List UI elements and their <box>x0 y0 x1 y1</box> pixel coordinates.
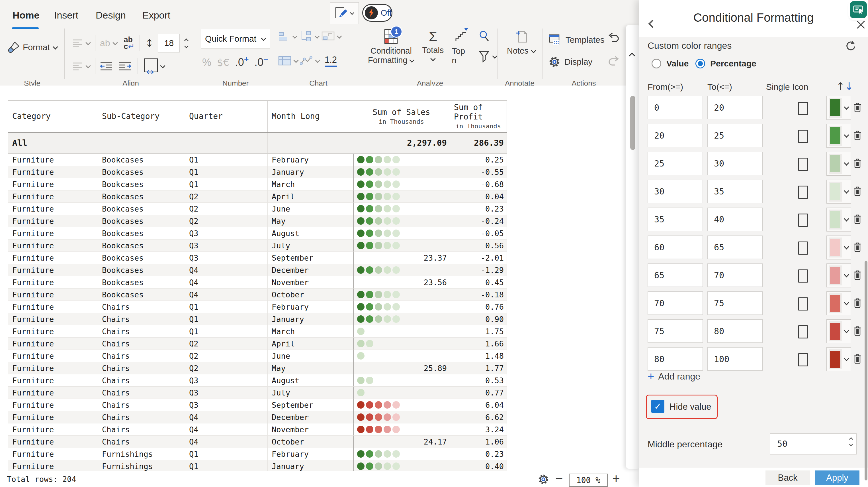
single-icon-checkbox[interactable] <box>798 102 808 115</box>
tab-insert[interactable]: Insert <box>54 10 78 21</box>
zoom-level[interactable]: 100 % <box>569 474 608 487</box>
middle-percentage-stepper[interactable] <box>848 436 854 447</box>
back-button[interactable]: Back <box>766 470 810 485</box>
range-to-input[interactable] <box>707 263 763 287</box>
range-from-input[interactable] <box>648 96 703 119</box>
tab-export[interactable]: Export <box>143 10 170 21</box>
chevron-down-icon[interactable] <box>314 34 319 39</box>
hierarchy-chart-icon[interactable] <box>299 31 313 42</box>
range-to-input[interactable] <box>707 291 763 315</box>
range-from-input[interactable] <box>648 263 703 287</box>
reset-icon[interactable] <box>845 40 857 52</box>
range-to-input[interactable] <box>707 96 763 119</box>
top-n-button[interactable]: Top n <box>452 29 470 65</box>
single-icon-checkbox[interactable] <box>798 353 808 366</box>
chevron-down-icon[interactable] <box>160 64 165 68</box>
range-from-input[interactable] <box>648 152 703 175</box>
header-quarter[interactable]: Quarter <box>185 101 268 132</box>
range-color-dropdown[interactable] <box>827 207 851 231</box>
range-from-input[interactable] <box>648 124 703 147</box>
percentage-radio-label[interactable]: Percentage <box>710 59 756 68</box>
vertical-scrollbar[interactable] <box>630 96 636 150</box>
range-color-dropdown[interactable] <box>827 235 851 259</box>
range-to-input[interactable] <box>707 207 763 231</box>
range-color-dropdown[interactable] <box>827 180 851 204</box>
search-icon[interactable] <box>478 30 490 43</box>
tab-design[interactable]: Design <box>96 10 126 21</box>
single-icon-checkbox[interactable] <box>798 213 808 227</box>
align-left-icon[interactable] <box>72 62 83 70</box>
delete-range-button[interactable] <box>853 325 862 337</box>
header-sales[interactable]: Sum of Salesin Thousands <box>353 101 450 132</box>
chevron-down-icon[interactable] <box>315 58 320 63</box>
delete-range-button[interactable] <box>853 186 862 197</box>
value-radio[interactable] <box>652 59 661 68</box>
settings-gear-icon[interactable] <box>538 474 549 485</box>
zoom-in-button[interactable]: + <box>612 471 620 486</box>
quick-format-dropdown[interactable]: Quick Format <box>201 29 270 49</box>
add-range-button[interactable]: + Add range <box>648 371 700 382</box>
range-color-dropdown[interactable] <box>827 96 851 120</box>
single-icon-checkbox[interactable] <box>798 297 808 311</box>
sort-order-icon[interactable]: ↑↓ <box>836 80 853 92</box>
layout-icon[interactable] <box>321 31 335 42</box>
single-icon-checkbox[interactable] <box>798 269 808 283</box>
range-from-input[interactable] <box>648 180 703 203</box>
range-from-input[interactable] <box>648 235 703 259</box>
chevron-down-icon[interactable] <box>86 41 91 45</box>
header-profit[interactable]: Sum of Profitin Thousands <box>450 101 507 132</box>
header-subcategory[interactable]: Sub-Category <box>98 101 185 132</box>
percent-format-button[interactable]: % <box>202 56 211 68</box>
text-wrap-button[interactable]: ab <box>100 38 110 49</box>
zoom-out-button[interactable]: − <box>555 471 563 486</box>
percentage-radio[interactable] <box>695 59 705 68</box>
single-icon-checkbox[interactable] <box>798 130 808 143</box>
outdent-icon[interactable] <box>100 62 113 71</box>
header-month[interactable]: Month Long <box>268 101 353 132</box>
license-badge-button[interactable] <box>850 1 867 18</box>
range-color-dropdown[interactable] <box>827 124 851 148</box>
column-width-button[interactable]: ↔ <box>144 58 158 72</box>
font-size-stepper[interactable] <box>184 37 189 49</box>
apply-button[interactable]: Apply <box>815 470 860 485</box>
range-from-input[interactable] <box>648 291 703 315</box>
edit-mode-button[interactable] <box>330 2 359 24</box>
value-radio-label[interactable]: Value <box>666 59 689 68</box>
delete-range-button[interactable] <box>853 214 862 225</box>
chevron-down-icon[interactable] <box>337 34 342 39</box>
bar-chart-type-icon[interactable] <box>278 31 290 42</box>
middle-percentage-input[interactable]: 50 <box>770 433 857 455</box>
range-to-input[interactable] <box>707 319 763 343</box>
redo-button[interactable] <box>607 56 620 68</box>
range-color-dropdown[interactable] <box>827 319 851 343</box>
single-icon-checkbox[interactable] <box>798 241 808 255</box>
single-icon-checkbox[interactable] <box>798 158 808 171</box>
range-color-dropdown[interactable] <box>827 291 851 315</box>
delete-range-button[interactable] <box>853 130 862 141</box>
range-color-dropdown[interactable] <box>827 263 851 287</box>
chevron-down-icon[interactable] <box>86 64 91 68</box>
delete-range-button[interactable] <box>853 270 862 281</box>
row-height-icon[interactable]: ↕ <box>145 37 154 49</box>
format-button[interactable]: Format <box>7 41 58 54</box>
single-icon-checkbox[interactable] <box>798 325 808 339</box>
delete-range-button[interactable] <box>853 102 862 113</box>
delete-range-button[interactable] <box>853 242 862 253</box>
range-from-input[interactable] <box>648 319 703 343</box>
currency-format-button[interactable]: $€ <box>217 57 229 68</box>
panel-scrollbar[interactable] <box>865 261 867 481</box>
notes-button[interactable]: Notes <box>507 30 536 56</box>
undo-button[interactable] <box>607 32 620 45</box>
range-to-input[interactable] <box>707 347 763 371</box>
range-to-input[interactable] <box>707 152 763 175</box>
chevron-down-icon[interactable] <box>113 41 118 45</box>
chevron-down-icon[interactable] <box>292 34 297 39</box>
range-to-input[interactable] <box>707 180 763 203</box>
hide-value-label[interactable]: Hide value <box>670 402 711 412</box>
chevron-down-icon[interactable] <box>293 58 299 63</box>
totals-button[interactable]: Σ Totals <box>422 29 444 61</box>
range-color-dropdown[interactable] <box>827 347 851 371</box>
delete-range-button[interactable] <box>853 298 862 309</box>
decrease-decimals-button[interactable]: .0− <box>254 55 268 68</box>
indent-icon[interactable] <box>119 62 131 71</box>
